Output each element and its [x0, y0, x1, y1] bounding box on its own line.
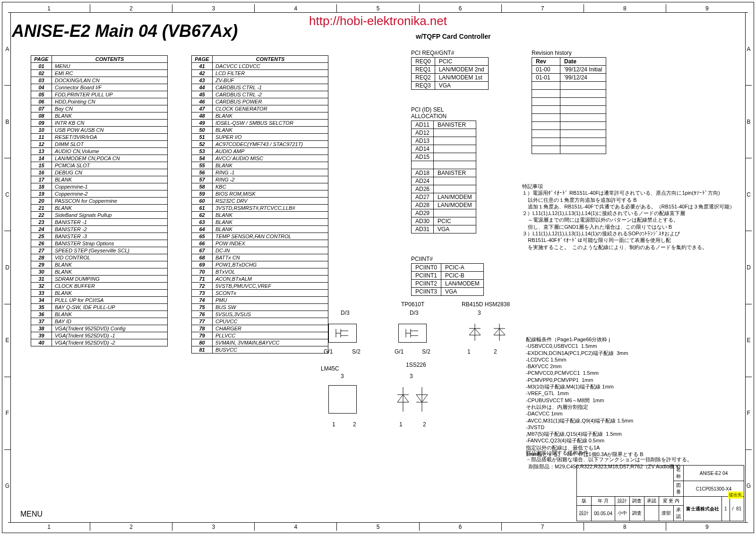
- toc-page-number: 74: [192, 297, 213, 304]
- toc-table-2: PAGE CONTENTS 41DACVCC LCDVCC42LCD FILTE…: [191, 55, 328, 354]
- toc-contents: DACVCC LCDVCC: [213, 63, 328, 70]
- ruler-col-label: 2: [90, 4, 172, 12]
- table-cell: AD27: [412, 193, 434, 201]
- toc-row: 45CARDBUS CTRL -2: [192, 91, 328, 98]
- table-row: AD24: [412, 177, 476, 185]
- toc-row: 78CHARGER: [192, 325, 328, 332]
- toc-row: 38VGA(Trident 9525DVD) Config: [31, 325, 168, 332]
- label-lm45c: LM45C: [321, 365, 339, 372]
- revision-row: 01-00'99/12/24 Initial: [532, 66, 606, 74]
- ruler-row-label: F: [4, 377, 10, 450]
- toc-contents: HDD,Pointing CN: [52, 98, 168, 105]
- toc-page-number: 79: [192, 332, 213, 339]
- toc-row: 56RING -1: [192, 169, 328, 176]
- toc-contents: BAY Q-SW, IDE PULL-UP: [52, 304, 168, 311]
- toc-page-number: 19: [31, 190, 52, 198]
- toc-contents: DOCKING/LAN CN: [52, 77, 168, 84]
- toc-contents: Connector Board I/F: [52, 84, 168, 91]
- toc-contents: BTxVOL: [213, 268, 328, 276]
- toc-header-contents: CONTENTS: [52, 56, 168, 63]
- toc-row: 49IDSEL-QSW / SMBUS SELCTOR: [192, 120, 328, 127]
- tb-blank: [644, 506, 659, 521]
- toc-table-1: PAGE CONTENTS 01MENU02EMI RC03DOCKING/LA…: [31, 55, 168, 346]
- toc-row: 71ACON,BTxALM: [192, 276, 328, 283]
- menu-label: MENU: [20, 510, 43, 518]
- empty-cell: [532, 138, 560, 146]
- table-cell: PCIC: [434, 217, 476, 225]
- toc-contents: BLANK: [213, 112, 328, 120]
- toc-contents: POW INDEX: [213, 240, 328, 247]
- label-rb415d: RB415D HSM2838: [462, 301, 510, 308]
- toc-page-number: 41: [192, 63, 213, 70]
- revision-caption: Revision history: [532, 50, 606, 57]
- table-cell: REQ0: [412, 58, 435, 66]
- toc-page-number: 22: [31, 212, 52, 219]
- tb-checker-label: 調査: [629, 506, 644, 521]
- toc-contents: SCONTx: [213, 290, 328, 297]
- revision-empty-row: [532, 106, 606, 114]
- toc-row: 35BAY Q-SW, IDE PULL-UP: [31, 304, 168, 311]
- table-cell: PCIINT1: [412, 272, 441, 280]
- toc-contents: VGA(Trident 9525DVD) -1: [52, 332, 168, 339]
- table-row: REQ3VGA: [412, 82, 489, 90]
- ruler-row-label: A: [746, 13, 752, 86]
- toc-row: 54AVCC/ AUDIO MISC: [192, 155, 328, 162]
- toc-page-number: 73: [192, 290, 213, 297]
- toc-contents: BLANK: [213, 226, 328, 233]
- toc-row: 12DIMM SLOT: [31, 141, 168, 148]
- tb-design2: 設計: [577, 506, 592, 521]
- ruler-right: ABCDEFG: [745, 13, 752, 522]
- toc-row: 01MENU: [31, 63, 168, 70]
- toc-row: 25BANISTER -3: [31, 233, 168, 240]
- toc-contents: RESET/3VIR/IrDA: [52, 134, 168, 141]
- page-total: / 81: [730, 497, 744, 521]
- tb-checker: 渡部: [659, 506, 673, 521]
- toc-page-number: 78: [192, 325, 213, 332]
- revision-empty-row: [532, 82, 606, 90]
- toc-row: 18Coppermine-1: [31, 183, 168, 190]
- toc-contents: BAY ID: [52, 318, 168, 325]
- toc-page-number: 25: [31, 233, 52, 240]
- toc-page-number: 71: [192, 276, 213, 283]
- empty-cell: [560, 90, 606, 98]
- toc-row: 39VGA(Trident 9525DVD) -1: [31, 332, 168, 339]
- toc-page-number: 75: [192, 304, 213, 311]
- toc-contents: BATTx CN: [213, 254, 328, 261]
- toc-row: 51SUPER I/O: [192, 134, 328, 141]
- toc-contents: RING -2: [213, 176, 328, 183]
- toc-contents: TEMP SENSOR,FAN CONTROL: [213, 233, 328, 240]
- toc-contents: CHARGER: [213, 325, 328, 332]
- table-cell: [434, 129, 476, 137]
- label-d3b: D/3: [410, 310, 419, 316]
- table-cell: AD14: [412, 145, 434, 153]
- toc-contents: BLANK: [213, 162, 328, 169]
- toc-contents: CARDBUS CTRL -2: [213, 91, 328, 98]
- toc-page-number: 42: [192, 70, 213, 77]
- revision-empty-row: [532, 138, 606, 146]
- toc-page-number: 33: [31, 290, 52, 297]
- table-cell: AD11: [412, 121, 434, 129]
- table-cell: BANISTER: [434, 121, 476, 129]
- ruler-col-label: 2: [90, 523, 172, 531]
- toc-contents: FDD,PRINTER PULL UP: [52, 91, 168, 98]
- toc-row: 36BLANK: [31, 311, 168, 318]
- label-s2a: S/2: [352, 348, 361, 355]
- toc-contents: AVCC/ AUDIO MISC: [213, 155, 328, 162]
- table-row: AD11BANISTER: [412, 121, 476, 129]
- table-cell: BANISTER: [434, 169, 476, 177]
- table-cell: LAN/MODEM: [441, 280, 484, 288]
- rev-header-date: Date: [560, 58, 606, 66]
- toc-page-number: 58: [192, 183, 213, 190]
- toc-contents: BLANK: [213, 219, 328, 226]
- toc-page-number: 31: [31, 276, 52, 283]
- toc-page-number: 14: [31, 155, 52, 162]
- pciint-table: PCIINT# PCIINT0PCIC-APCIINT1PCIC-BPCIINT…: [411, 256, 484, 296]
- toc-page-number: 67: [192, 247, 213, 254]
- table-row: PCIINT0PCIC-A: [412, 264, 484, 272]
- ruler-col-label: 3: [172, 4, 255, 12]
- diode-pair-icon-1: [464, 322, 485, 343]
- toc-row: 42LCD FILTER: [192, 70, 328, 77]
- toc-contents: USB POW AUSB CN: [52, 127, 168, 134]
- toc-row: 33BLANK: [31, 290, 168, 297]
- toc-row: 47CLOCK GENERATOR: [192, 105, 328, 112]
